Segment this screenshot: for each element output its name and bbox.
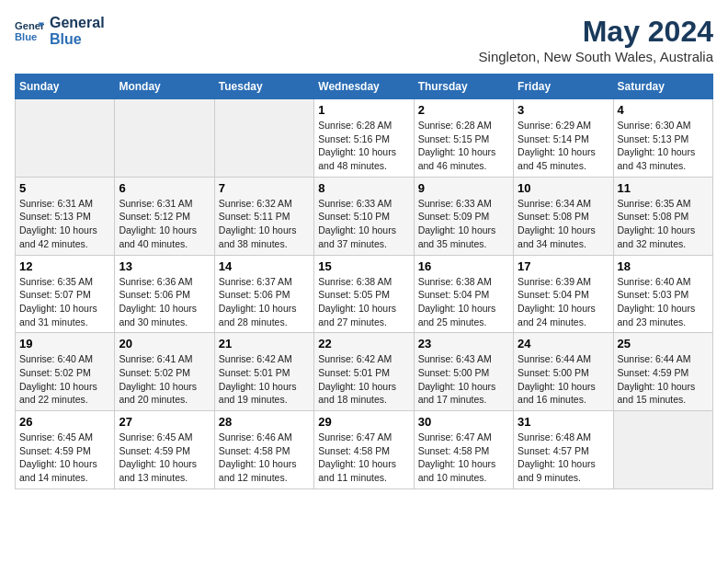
calendar-cell: 9Sunrise: 6:33 AMSunset: 5:09 PMDaylight… — [414, 177, 513, 255]
calendar-cell: 27Sunrise: 6:45 AMSunset: 4:59 PMDayligh… — [115, 411, 214, 489]
page-header: General Blue General Blue May 2024 Singl… — [15, 15, 713, 64]
svg-text:General: General — [15, 20, 44, 31]
svg-text:Blue: Blue — [15, 30, 37, 41]
calendar-cell: 15Sunrise: 6:38 AMSunset: 5:05 PMDayligh… — [314, 255, 414, 333]
day-info: Sunrise: 6:40 AMSunset: 5:03 PMDaylight:… — [618, 275, 709, 329]
day-number: 28 — [219, 415, 310, 429]
header-thursday: Thursday — [414, 75, 513, 99]
calendar-cell: 24Sunrise: 6:44 AMSunset: 5:00 PMDayligh… — [514, 333, 613, 411]
calendar-cell: 29Sunrise: 6:47 AMSunset: 4:58 PMDayligh… — [314, 411, 414, 489]
day-number: 17 — [518, 259, 609, 273]
day-info: Sunrise: 6:38 AMSunset: 5:04 PMDaylight:… — [418, 275, 509, 329]
day-info: Sunrise: 6:43 AMSunset: 5:00 PMDaylight:… — [418, 352, 509, 407]
calendar-cell: 20Sunrise: 6:41 AMSunset: 5:02 PMDayligh… — [115, 333, 214, 411]
calendar-cell: 5Sunrise: 6:31 AMSunset: 5:13 PMDaylight… — [16, 177, 115, 255]
calendar-cell: 14Sunrise: 6:37 AMSunset: 5:06 PMDayligh… — [214, 255, 313, 333]
day-info: Sunrise: 6:44 AMSunset: 4:59 PMDaylight:… — [618, 352, 709, 407]
calendar-cell: 2Sunrise: 6:28 AMSunset: 5:15 PMDaylight… — [414, 99, 513, 178]
calendar-cell: 23Sunrise: 6:43 AMSunset: 5:00 PMDayligh… — [414, 333, 513, 411]
day-number: 5 — [19, 181, 110, 195]
week-row-5: 26Sunrise: 6:45 AMSunset: 4:59 PMDayligh… — [16, 411, 713, 489]
location-subtitle: Singleton, New South Wales, Australia — [479, 49, 713, 64]
day-number: 4 — [618, 103, 709, 117]
calendar-cell: 21Sunrise: 6:42 AMSunset: 5:01 PMDayligh… — [214, 333, 313, 411]
day-info: Sunrise: 6:42 AMSunset: 5:01 PMDaylight:… — [219, 352, 310, 407]
day-info: Sunrise: 6:33 AMSunset: 5:09 PMDaylight:… — [418, 197, 509, 251]
day-info: Sunrise: 6:31 AMSunset: 5:13 PMDaylight:… — [19, 197, 110, 251]
header-wednesday: Wednesday — [314, 75, 414, 99]
day-info: Sunrise: 6:31 AMSunset: 5:12 PMDaylight:… — [119, 197, 210, 251]
calendar-cell: 28Sunrise: 6:46 AMSunset: 4:58 PMDayligh… — [214, 411, 313, 489]
week-row-4: 19Sunrise: 6:40 AMSunset: 5:02 PMDayligh… — [16, 333, 713, 411]
day-number: 7 — [219, 181, 310, 195]
calendar-cell: 1Sunrise: 6:28 AMSunset: 5:16 PMDaylight… — [314, 99, 414, 178]
day-number: 18 — [618, 259, 709, 273]
day-info: Sunrise: 6:33 AMSunset: 5:10 PMDaylight:… — [318, 197, 409, 251]
day-number: 3 — [518, 103, 609, 117]
day-number: 11 — [618, 181, 709, 195]
calendar-cell: 17Sunrise: 6:39 AMSunset: 5:04 PMDayligh… — [514, 255, 613, 333]
calendar-header-row: SundayMondayTuesdayWednesdayThursdayFrid… — [16, 75, 713, 99]
day-number: 15 — [318, 259, 409, 273]
day-number: 10 — [518, 181, 609, 195]
calendar-cell: 3Sunrise: 6:29 AMSunset: 5:14 PMDaylight… — [514, 99, 613, 178]
calendar-cell — [115, 99, 214, 178]
day-number: 27 — [119, 415, 210, 429]
day-number: 19 — [19, 337, 110, 350]
day-info: Sunrise: 6:35 AMSunset: 5:08 PMDaylight:… — [618, 197, 709, 251]
calendar-cell: 8Sunrise: 6:33 AMSunset: 5:10 PMDaylight… — [314, 177, 414, 255]
day-info: Sunrise: 6:35 AMSunset: 5:07 PMDaylight:… — [19, 275, 110, 329]
day-info: Sunrise: 6:41 AMSunset: 5:02 PMDaylight:… — [119, 352, 210, 407]
day-number: 1 — [318, 103, 409, 117]
calendar-cell: 30Sunrise: 6:47 AMSunset: 4:58 PMDayligh… — [414, 411, 513, 489]
calendar-cell: 12Sunrise: 6:35 AMSunset: 5:07 PMDayligh… — [16, 255, 115, 333]
logo-icon: General Blue — [15, 17, 44, 46]
day-info: Sunrise: 6:34 AMSunset: 5:08 PMDaylight:… — [518, 197, 609, 251]
day-info: Sunrise: 6:47 AMSunset: 4:58 PMDaylight:… — [418, 431, 509, 485]
day-number: 2 — [418, 103, 509, 117]
day-number: 9 — [418, 181, 509, 195]
day-info: Sunrise: 6:42 AMSunset: 5:01 PMDaylight:… — [318, 352, 409, 407]
calendar-cell: 10Sunrise: 6:34 AMSunset: 5:08 PMDayligh… — [514, 177, 613, 255]
day-number: 14 — [219, 259, 310, 273]
day-info: Sunrise: 6:32 AMSunset: 5:11 PMDaylight:… — [219, 197, 310, 251]
logo-general: General — [50, 15, 105, 31]
day-number: 23 — [418, 337, 509, 350]
day-info: Sunrise: 6:28 AMSunset: 5:16 PMDaylight:… — [318, 119, 409, 173]
day-info: Sunrise: 6:48 AMSunset: 4:57 PMDaylight:… — [518, 431, 609, 485]
week-row-2: 5Sunrise: 6:31 AMSunset: 5:13 PMDaylight… — [16, 177, 713, 255]
day-info: Sunrise: 6:37 AMSunset: 5:06 PMDaylight:… — [219, 275, 310, 329]
day-info: Sunrise: 6:40 AMSunset: 5:02 PMDaylight:… — [19, 352, 110, 407]
calendar-cell: 22Sunrise: 6:42 AMSunset: 5:01 PMDayligh… — [314, 333, 414, 411]
calendar-table: SundayMondayTuesdayWednesdayThursdayFrid… — [15, 74, 713, 489]
month-title: May 2024 — [479, 15, 713, 49]
week-row-1: 1Sunrise: 6:28 AMSunset: 5:16 PMDaylight… — [16, 99, 713, 178]
day-info: Sunrise: 6:28 AMSunset: 5:15 PMDaylight:… — [418, 119, 509, 173]
calendar-cell: 26Sunrise: 6:45 AMSunset: 4:59 PMDayligh… — [16, 411, 115, 489]
title-section: May 2024 Singleton, New South Wales, Aus… — [479, 15, 713, 64]
day-number: 21 — [219, 337, 310, 350]
day-info: Sunrise: 6:30 AMSunset: 5:13 PMDaylight:… — [618, 119, 709, 173]
calendar-cell: 19Sunrise: 6:40 AMSunset: 5:02 PMDayligh… — [16, 333, 115, 411]
day-info: Sunrise: 6:45 AMSunset: 4:59 PMDaylight:… — [19, 431, 110, 485]
calendar-cell: 11Sunrise: 6:35 AMSunset: 5:08 PMDayligh… — [613, 177, 712, 255]
day-number: 16 — [418, 259, 509, 273]
header-friday: Friday — [514, 75, 613, 99]
header-tuesday: Tuesday — [214, 75, 313, 99]
day-number: 8 — [318, 181, 409, 195]
calendar-cell — [613, 411, 712, 489]
calendar-cell: 18Sunrise: 6:40 AMSunset: 5:03 PMDayligh… — [613, 255, 712, 333]
day-number: 20 — [119, 337, 210, 350]
calendar-cell: 4Sunrise: 6:30 AMSunset: 5:13 PMDaylight… — [613, 99, 712, 178]
day-number: 12 — [19, 259, 110, 273]
day-info: Sunrise: 6:47 AMSunset: 4:58 PMDaylight:… — [318, 431, 409, 485]
header-saturday: Saturday — [613, 75, 712, 99]
day-number: 24 — [518, 337, 609, 350]
day-number: 22 — [318, 337, 409, 350]
day-number: 13 — [119, 259, 210, 273]
calendar-cell: 13Sunrise: 6:36 AMSunset: 5:06 PMDayligh… — [115, 255, 214, 333]
calendar-cell: 6Sunrise: 6:31 AMSunset: 5:12 PMDaylight… — [115, 177, 214, 255]
day-number: 26 — [19, 415, 110, 429]
calendar-cell — [16, 99, 115, 178]
day-number: 29 — [318, 415, 409, 429]
